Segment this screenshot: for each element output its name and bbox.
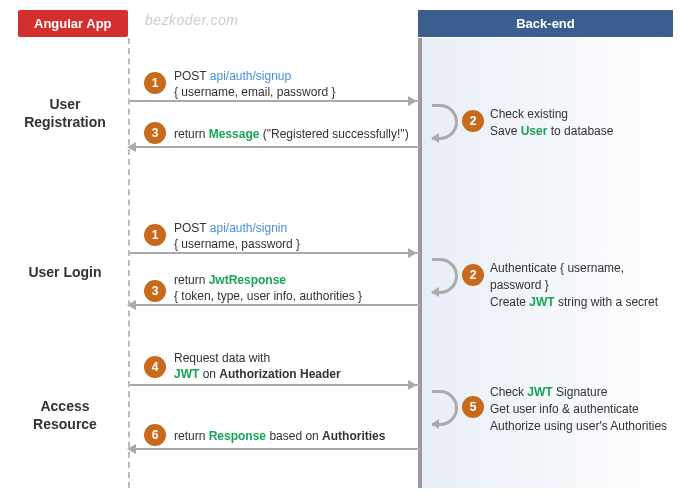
text: return [174,127,209,141]
api-path: api/auth/signup [210,69,291,83]
http-verb: POST [174,221,210,235]
line: Request data with [174,351,270,365]
keyword-message: Message [209,127,260,141]
keyword-response: Response [209,429,266,443]
header-angular-app: Angular App [18,10,128,37]
text: ("Registered successfully!") [259,127,408,141]
keyword-jwtresponse: JwtResponse [209,273,286,287]
watermark: bezkoder.com [145,12,238,28]
text: { token, type, user info, authorities } [174,289,362,303]
badge-4: 4 [144,356,166,378]
keyword-jwt: JWT [527,385,552,399]
section-label-registration: User Registration [14,96,116,131]
msg-signin-request: POST api/auth/signin { username, passwor… [174,220,300,252]
text: Check [490,385,527,399]
arrow-signup-request [130,100,420,102]
text: return [174,273,209,287]
line: Create [490,295,529,309]
auth-header: Authorization Header [219,367,340,381]
keyword-jwt: JWT [174,367,199,381]
keyword-user: User [521,124,548,138]
msg-access-request: Request data with JWT on Authorization H… [174,350,341,382]
line: Authenticate { username, password } [490,261,624,292]
arrow-access-request [130,384,420,386]
text: return [174,429,209,443]
arrow-signup-response [132,146,420,148]
badge-3: 3 [144,122,166,144]
backend-text-signup: Check existing Save User to database [490,106,670,140]
arrow-access-response [132,448,420,450]
badge-1: 1 [144,72,166,94]
badge-2: 2 [462,110,484,132]
line: Get user info & authenticate [490,402,639,416]
msg-access-response: return Response based on Authorities [174,428,385,444]
arrow-signin-response [132,304,420,306]
arrow-signin-request [130,252,420,254]
badge-3-login: 3 [144,280,166,302]
badge-1-login: 1 [144,224,166,246]
msg-signup-request: POST api/auth/signup { username, email, … [174,68,335,100]
text: Signature [553,385,608,399]
request-body: { username, email, password } [174,85,335,99]
badge-2-login: 2 [462,264,484,286]
text: on [199,367,219,381]
line: to database [547,124,613,138]
text: based on [266,429,322,443]
section-label-login: User Login [14,264,116,282]
line: Save [490,124,521,138]
msg-signin-response: return JwtResponse { token, type, user i… [174,272,362,304]
line: string with a secret [555,295,658,309]
backend-text-signin: Authenticate { username, password } Crea… [490,260,670,310]
keyword-jwt: JWT [529,295,554,309]
request-body: { username, password } [174,237,300,251]
badge-5: 5 [462,396,484,418]
msg-signup-response: return Message ("Registered successfully… [174,126,409,142]
section-label-access: Access Resource [14,398,116,433]
api-path: api/auth/signin [210,221,287,235]
authorities: Authorities [322,429,385,443]
line: Authorize using user's Authorities [490,419,667,433]
header-backend: Back-end [418,10,673,37]
lifeline-angular [128,38,130,488]
line: Check existing [490,107,568,121]
backend-text-access: Check JWT Signature Get user info & auth… [490,384,670,434]
http-verb: POST [174,69,210,83]
badge-6: 6 [144,424,166,446]
